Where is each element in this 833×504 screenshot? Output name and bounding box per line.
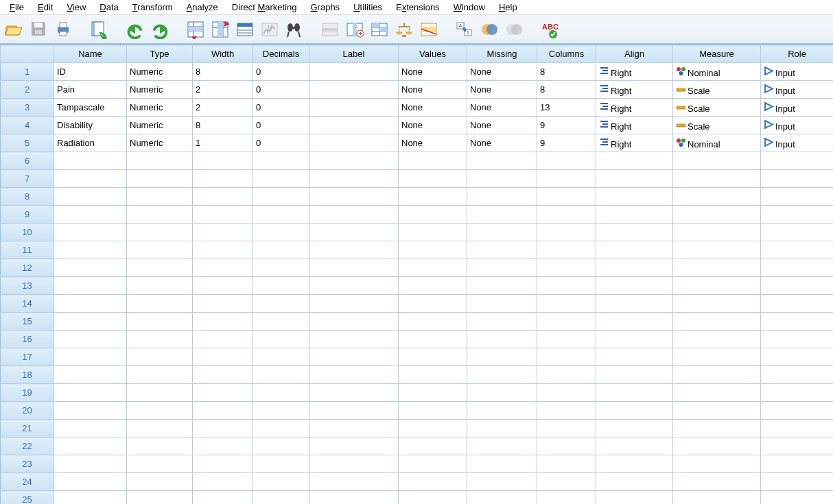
empty-cell[interactable] (596, 295, 673, 313)
cell-decimals[interactable]: 0 (253, 134, 309, 152)
empty-cell[interactable] (467, 188, 537, 206)
empty-cell[interactable] (309, 295, 399, 313)
empty-cell[interactable] (193, 473, 253, 491)
empty-cell[interactable] (673, 295, 761, 313)
empty-cell[interactable] (127, 259, 193, 277)
empty-cell[interactable] (309, 384, 399, 402)
menu-help[interactable]: Help (492, 1, 524, 14)
cell-role[interactable]: Input (761, 134, 834, 152)
empty-cell[interactable] (761, 491, 834, 505)
empty-cell[interactable] (127, 348, 193, 366)
empty-cell[interactable] (54, 170, 127, 188)
empty-cell[interactable] (54, 331, 127, 348)
cell-measure[interactable]: Scale (673, 99, 761, 117)
empty-cell[interactable] (309, 455, 399, 473)
empty-cell[interactable] (253, 420, 309, 437)
empty-cell[interactable] (673, 384, 761, 402)
empty-cell[interactable] (537, 402, 596, 420)
empty-cell[interactable] (467, 473, 537, 491)
empty-cell[interactable] (673, 402, 761, 420)
empty-cell[interactable] (673, 241, 761, 259)
empty-cell[interactable] (399, 241, 467, 259)
menu-file[interactable]: File (3, 1, 31, 14)
empty-cell[interactable] (673, 473, 761, 491)
empty-cell[interactable] (399, 437, 467, 455)
empty-cell[interactable] (127, 384, 193, 402)
row-number[interactable]: 3 (1, 99, 54, 117)
cell-width[interactable]: 8 (193, 63, 253, 81)
split-file-icon[interactable] (368, 18, 391, 41)
empty-cell[interactable] (193, 241, 253, 259)
empty-cell[interactable] (309, 277, 399, 295)
cell-align[interactable]: Right (596, 117, 673, 134)
empty-cell[interactable] (54, 259, 127, 277)
menu-transform[interactable]: Transform (126, 1, 180, 14)
goto-variable-icon[interactable] (209, 18, 232, 41)
menu-window[interactable]: Window (447, 1, 492, 14)
find-icon[interactable] (283, 18, 306, 41)
empty-cell[interactable] (127, 437, 193, 455)
empty-cell[interactable] (399, 384, 467, 402)
empty-cell[interactable] (596, 348, 673, 366)
undo-icon[interactable] (124, 18, 147, 41)
empty-cell[interactable] (193, 259, 253, 277)
empty-cell[interactable] (54, 348, 127, 366)
row-number[interactable]: 25 (1, 491, 54, 505)
empty-cell[interactable] (54, 277, 127, 295)
empty-cell[interactable] (127, 206, 193, 224)
empty-cell[interactable] (309, 241, 399, 259)
empty-cell[interactable] (399, 277, 467, 295)
cell-width[interactable]: 1 (193, 134, 253, 152)
empty-cell[interactable] (761, 259, 834, 277)
col-header-values[interactable]: Values (399, 45, 467, 63)
cell-align[interactable]: Right (596, 99, 673, 117)
menu-analyze[interactable]: Analyze (180, 1, 225, 14)
empty-cell[interactable] (761, 366, 834, 384)
empty-cell[interactable] (761, 313, 834, 331)
value-labels-icon[interactable] (453, 18, 476, 41)
cell-name[interactable]: Radiation (54, 134, 127, 152)
empty-cell[interactable] (399, 455, 467, 473)
empty-cell[interactable] (761, 455, 834, 473)
empty-cell[interactable] (596, 277, 673, 295)
empty-cell[interactable] (467, 437, 537, 455)
menu-graphs[interactable]: Graphs (303, 1, 347, 14)
empty-cell[interactable] (127, 295, 193, 313)
empty-cell[interactable] (309, 348, 399, 366)
empty-cell[interactable] (596, 420, 673, 437)
empty-cell[interactable] (399, 188, 467, 206)
empty-cell[interactable] (127, 473, 193, 491)
empty-cell[interactable] (537, 313, 596, 331)
empty-cell[interactable] (127, 188, 193, 206)
cell-label[interactable] (309, 117, 399, 134)
spellcheck-icon[interactable] (538, 18, 561, 41)
empty-cell[interactable] (467, 348, 537, 366)
row-number[interactable]: 22 (1, 437, 54, 455)
empty-cell[interactable] (761, 277, 834, 295)
empty-cell[interactable] (127, 277, 193, 295)
empty-cell[interactable] (309, 259, 399, 277)
empty-cell[interactable] (596, 241, 673, 259)
empty-cell[interactable] (193, 437, 253, 455)
empty-cell[interactable] (193, 420, 253, 437)
empty-cell[interactable] (253, 224, 309, 241)
empty-cell[interactable] (467, 206, 537, 224)
empty-cell[interactable] (537, 384, 596, 402)
col-header-type[interactable]: Type (127, 45, 193, 63)
row-number[interactable]: 24 (1, 473, 54, 491)
cell-measure[interactable]: Scale (673, 117, 761, 134)
empty-cell[interactable] (467, 277, 537, 295)
empty-cell[interactable] (399, 491, 467, 505)
empty-cell[interactable] (54, 384, 127, 402)
empty-cell[interactable] (399, 295, 467, 313)
cell-values[interactable]: None (399, 134, 467, 152)
empty-cell[interactable] (537, 295, 596, 313)
cell-missing[interactable]: None (467, 99, 537, 117)
empty-cell[interactable] (467, 259, 537, 277)
empty-cell[interactable] (761, 295, 834, 313)
col-header-name[interactable]: Name (54, 45, 127, 63)
empty-cell[interactable] (537, 420, 596, 437)
empty-cell[interactable] (537, 259, 596, 277)
empty-cell[interactable] (399, 420, 467, 437)
empty-cell[interactable] (761, 170, 834, 188)
